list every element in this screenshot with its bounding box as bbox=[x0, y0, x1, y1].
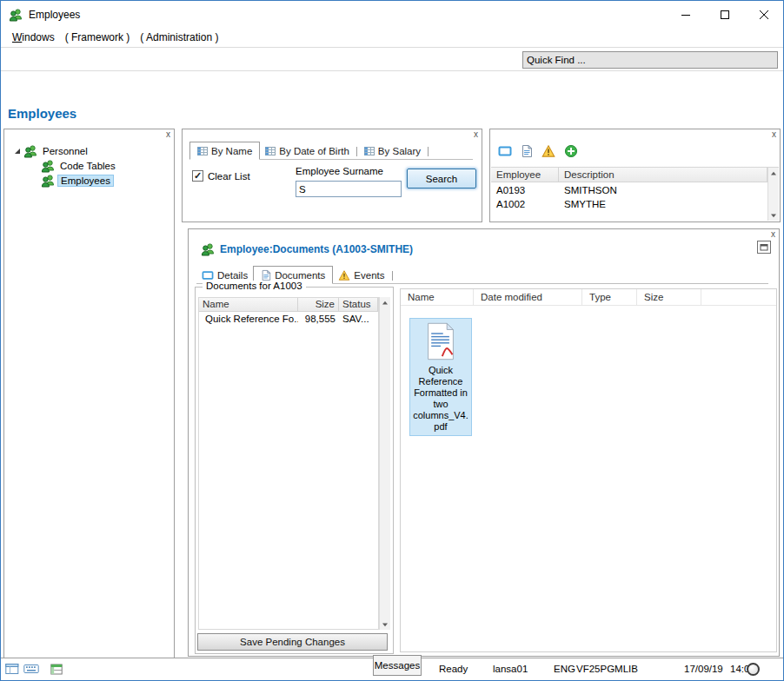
minimize-button[interactable] bbox=[666, 1, 705, 28]
tab-by-date-of-birth[interactable]: By Date of Birth bbox=[260, 143, 355, 159]
column-header-name[interactable]: Name bbox=[199, 298, 298, 311]
documents-group-box: Documents for A1003 Name Size Status Qui… bbox=[195, 287, 394, 654]
navigation-tree: Personnel Code Tables Employees bbox=[4, 129, 174, 188]
column-header-date-modified[interactable]: Date modified bbox=[474, 289, 582, 305]
document-size-cell: 98,555 bbox=[298, 312, 339, 327]
table-row[interactable]: A1002 SMYTHE bbox=[491, 197, 767, 211]
document-icon bbox=[261, 269, 271, 281]
scroll-up-icon[interactable] bbox=[380, 297, 391, 307]
description-cell: SMITHSON bbox=[559, 183, 767, 197]
scroll-up-icon[interactable] bbox=[768, 168, 780, 178]
tab-label: Details bbox=[217, 270, 248, 281]
file-item-selected[interactable]: Quick Reference Formatted in two columns… bbox=[409, 318, 472, 436]
tree-item-label: Personnel bbox=[40, 145, 90, 157]
scroll-down-icon[interactable] bbox=[380, 619, 391, 630]
table-row[interactable]: Quick Reference Fo... 98,555 SAV... bbox=[199, 312, 378, 327]
status-user: lansa01 bbox=[493, 664, 528, 674]
clear-list-checkbox[interactable] bbox=[192, 170, 203, 182]
close-button[interactable] bbox=[744, 1, 783, 28]
results-toolbar bbox=[498, 144, 578, 158]
document-name-text: Quick Reference Fo... bbox=[205, 312, 298, 327]
search-panel-close-icon[interactable]: x bbox=[474, 129, 478, 140]
expander-icon[interactable] bbox=[13, 147, 21, 155]
tree-item-code-tables[interactable]: Code Tables bbox=[4, 158, 174, 173]
status-ready: Ready bbox=[439, 664, 468, 674]
table-row[interactable]: A0193 SMITHSON bbox=[491, 183, 767, 197]
results-rows: A0193 SMITHSON A1002 SMYTHE bbox=[491, 183, 767, 211]
table-icon bbox=[364, 146, 375, 156]
menu-framework[interactable]: ( Framework ) bbox=[61, 31, 135, 43]
table-icon bbox=[265, 146, 276, 156]
search-tabs: By Name By Date of Birth By Salary bbox=[189, 142, 473, 160]
search-button[interactable]: Search bbox=[407, 169, 476, 188]
file-list-header: Name Date modified Type Size bbox=[401, 289, 776, 306]
document-name-cell: Quick Reference Fo... bbox=[199, 312, 298, 327]
window-title: Employees bbox=[29, 9, 80, 21]
employee-surname-input[interactable] bbox=[296, 181, 402, 197]
documents-group-title: Documents for A1003 bbox=[203, 281, 306, 291]
status-date: 17/09/19 bbox=[684, 664, 723, 674]
documents-scrollbar[interactable] bbox=[379, 297, 390, 630]
people-icon bbox=[41, 174, 55, 188]
save-pending-changes-button[interactable]: Save Pending Changes bbox=[197, 633, 388, 651]
documents-table: Name Size Status Quick Reference Fo... 9… bbox=[198, 297, 379, 630]
documents-panel-title: Employee:Documents (A1003-SMITHE) bbox=[220, 243, 413, 255]
warning-icon bbox=[338, 270, 350, 281]
app-icon bbox=[9, 8, 23, 22]
tab-label: Documents bbox=[275, 270, 325, 281]
tab-by-name[interactable]: By Name bbox=[189, 142, 260, 160]
toolbar bbox=[1, 48, 783, 71]
tree-panel-close-icon[interactable]: x bbox=[166, 129, 170, 140]
tree-item-label: Code Tables bbox=[57, 160, 118, 172]
tab-separator bbox=[428, 147, 429, 156]
warning-icon[interactable] bbox=[541, 145, 555, 157]
tree-item-label-selected: Employees bbox=[57, 175, 114, 187]
tab-events[interactable]: Events bbox=[333, 268, 389, 283]
scroll-down-icon[interactable] bbox=[768, 210, 780, 221]
menu-windows[interactable]: Windows bbox=[8, 31, 59, 43]
description-cell: SMYTHE bbox=[559, 197, 767, 211]
tab-label: Events bbox=[354, 270, 384, 281]
documents-table-header: Name Size Status bbox=[199, 298, 378, 312]
tree-item-employees[interactable]: Employees bbox=[4, 173, 174, 188]
column-header-description[interactable]: Description bbox=[559, 168, 767, 182]
status-bar-icons bbox=[5, 663, 63, 675]
keyboard-icon[interactable] bbox=[23, 664, 39, 674]
clear-list-label: Clear List bbox=[208, 171, 250, 182]
column-header-size[interactable]: Size bbox=[298, 298, 339, 311]
results-panel-close-icon[interactable]: x bbox=[772, 129, 776, 140]
status-language: ENG bbox=[554, 664, 575, 674]
spreadsheet-icon[interactable] bbox=[50, 664, 63, 675]
details-view-icon[interactable] bbox=[498, 145, 512, 157]
column-header-type[interactable]: Type bbox=[582, 289, 637, 305]
panel-maximize-button[interactable] bbox=[757, 241, 771, 254]
documents-panel-close-icon[interactable]: x bbox=[771, 229, 775, 240]
documents-panel-header: Employee:Documents (A1003-SMITHE) bbox=[201, 242, 413, 256]
close-icon bbox=[760, 10, 768, 19]
results-scrollbar[interactable] bbox=[767, 168, 779, 221]
add-icon[interactable] bbox=[564, 144, 578, 158]
tab-by-salary[interactable]: By Salary bbox=[359, 143, 426, 159]
status-indicator-icon bbox=[747, 663, 760, 676]
tree-item-personnel[interactable]: Personnel bbox=[4, 143, 174, 158]
column-header-size[interactable]: Size bbox=[637, 289, 701, 305]
messages-button[interactable]: Messages bbox=[373, 655, 422, 676]
column-header-status[interactable]: Status bbox=[339, 298, 378, 311]
column-header-name[interactable]: Name bbox=[401, 289, 474, 305]
maximize-button[interactable] bbox=[705, 1, 744, 28]
search-results-panel: x Employee Description A0193 SMITHSON A1… bbox=[489, 129, 781, 222]
tab-label: By Salary bbox=[378, 146, 421, 156]
details-icon bbox=[202, 270, 214, 281]
status-library: VF25PGMLIB bbox=[576, 664, 638, 674]
form-icon[interactable] bbox=[5, 663, 19, 675]
menu-bar: Windows ( Framework ) ( Administration ) bbox=[1, 28, 783, 48]
employee-search-panel: x By Name By Date of Birth By Salary Cle… bbox=[182, 129, 482, 222]
pdf-file-icon bbox=[425, 322, 456, 360]
menu-administration[interactable]: ( Administration ) bbox=[136, 31, 223, 43]
quick-find-input[interactable] bbox=[522, 51, 778, 69]
title-bar: Employees bbox=[1, 1, 783, 28]
app-window: Employees Windows ( Framework ) ( Admini… bbox=[0, 0, 784, 681]
people-icon bbox=[201, 242, 215, 256]
document-icon[interactable] bbox=[521, 144, 533, 158]
column-header-employee[interactable]: Employee bbox=[491, 168, 559, 182]
